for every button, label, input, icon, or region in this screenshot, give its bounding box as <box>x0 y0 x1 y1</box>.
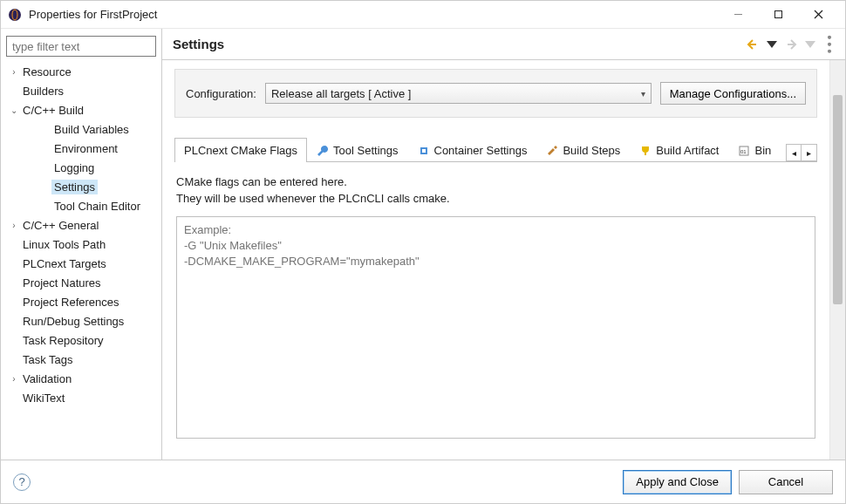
tree: ›Resource›Builders⌄C/C++ Build›Build Var… <box>1 62 161 460</box>
minimize-button[interactable] <box>718 3 758 27</box>
svg-point-8 <box>828 49 831 52</box>
chevron-right-icon[interactable]: › <box>8 67 20 77</box>
tree-item-project-natures[interactable]: ›Project Natures <box>4 273 158 292</box>
tab-label: Bin <box>754 144 771 157</box>
svg-rect-10 <box>422 149 426 153</box>
chevron-right-icon[interactable]: › <box>8 374 20 384</box>
tab-scroll-left-button[interactable]: ◂ <box>786 144 802 161</box>
tree-item-settings[interactable]: ›Settings <box>4 177 158 196</box>
filter-input[interactable] <box>6 36 156 57</box>
tree-item-task-repository[interactable]: ›Task Repository <box>4 330 158 350</box>
eclipse-icon <box>8 8 22 22</box>
tab-label: PLCnext CMake Flags <box>184 144 297 157</box>
tabs-bar: PLCnext CMake FlagsTool SettingsContaine… <box>174 137 817 162</box>
tree-item-label: Run/Debug Settings <box>20 314 126 329</box>
svg-point-6 <box>828 35 831 38</box>
wrench-icon <box>317 145 329 157</box>
maximize-button[interactable] <box>758 3 798 27</box>
tab-label: Build Steps <box>563 144 620 157</box>
back-menu-icon[interactable] <box>765 37 779 51</box>
tree-item-label: PLCnext Targets <box>20 256 109 271</box>
configuration-select[interactable]: Release all targets [ Active ] ▾ <box>265 83 652 104</box>
tree-item-tool-chain-editor[interactable]: ›Tool Chain Editor <box>4 196 158 215</box>
tree-item-label: Logging <box>51 160 97 175</box>
tree-item-label: Linux Tools Path <box>20 237 108 252</box>
hammer-icon <box>546 145 558 157</box>
tree-item-label: WikiText <box>20 391 67 405</box>
tree-item-c-c-build[interactable]: ⌄C/C++ Build <box>4 100 158 119</box>
svg-rect-3 <box>774 11 781 18</box>
tab-label: Tool Settings <box>333 144 398 157</box>
tree-item-label: Resource <box>20 65 74 79</box>
tab-plcnext-cmake-flags[interactable]: PLCnext CMake Flags <box>174 138 307 162</box>
tree-item-c-c-general[interactable]: ›C/C++ General <box>4 215 158 235</box>
tree-item-label: Settings <box>51 180 98 194</box>
configuration-value: Release all targets [ Active ] <box>271 87 411 100</box>
tree-item-label: Environment <box>51 141 120 156</box>
page-title: Settings <box>173 37 746 51</box>
cmake-desc-line1: CMake flags can be entered here. <box>176 174 815 191</box>
tree-item-validation[interactable]: ›Validation <box>4 369 158 388</box>
svg-point-7 <box>828 42 831 45</box>
vertical-scrollbar[interactable] <box>829 60 845 460</box>
tree-item-label: Validation <box>20 371 74 386</box>
binary-icon: 01 <box>738 145 750 157</box>
chevron-down-icon[interactable]: ⌄ <box>8 106 20 115</box>
window-title: Properties for FirstProject <box>29 8 718 21</box>
back-arrow-icon[interactable] <box>746 37 760 51</box>
tree-item-project-references[interactable]: ›Project References <box>4 292 158 311</box>
chip-icon <box>418 145 430 157</box>
titlebar: Properties for FirstProject <box>1 1 845 29</box>
close-button[interactable] <box>798 3 838 27</box>
help-icon[interactable]: ? <box>13 473 31 491</box>
tab-label: Container Settings <box>434 144 528 157</box>
tree-item-task-tags[interactable]: ›Task Tags <box>4 350 158 369</box>
page-header: Settings <box>162 29 845 60</box>
chevron-down-icon: ▾ <box>641 89 645 99</box>
tree-item-environment[interactable]: ›Environment <box>4 139 158 158</box>
forward-menu-icon[interactable] <box>803 37 817 51</box>
tree-item-resource[interactable]: ›Resource <box>4 62 158 81</box>
tree-item-label: C/C++ Build <box>20 103 86 118</box>
tab-build-artifact[interactable]: Build Artifact <box>630 138 728 162</box>
cancel-button[interactable]: Cancel <box>739 470 833 494</box>
tree-item-label: Project Natures <box>20 276 104 290</box>
tree-item-label: Task Repository <box>20 333 106 348</box>
configuration-bar: Configuration: Release all targets [ Act… <box>174 69 817 118</box>
tree-item-run-debug-settings[interactable]: ›Run/Debug Settings <box>4 311 158 330</box>
svg-text:01: 01 <box>740 149 747 154</box>
chevron-right-icon[interactable]: › <box>8 221 20 230</box>
tree-item-label: Tool Chain Editor <box>51 199 143 214</box>
tab-scroll-right-button[interactable]: ▸ <box>802 144 817 161</box>
apply-and-close-button[interactable]: Apply and Close <box>623 470 732 494</box>
trophy-icon <box>639 145 652 157</box>
tree-item-label: Build Variables <box>51 122 132 137</box>
tree-item-wikitext[interactable]: ›WikiText <box>4 388 158 407</box>
tab-tool-settings[interactable]: Tool Settings <box>307 138 407 162</box>
manage-configurations-button[interactable]: Manage Configurations... <box>660 82 806 105</box>
view-menu-icon[interactable] <box>822 37 836 51</box>
tab-body-plcnext-cmake-flags: CMake flags can be entered here. They wi… <box>174 162 817 451</box>
tree-item-label: Builders <box>20 84 66 99</box>
tab-label: Build Artifact <box>656 144 719 157</box>
cmake-desc-line2: They will be used whenever the PLCnCLI c… <box>176 191 815 208</box>
tab-bin[interactable]: 01Bin <box>728 138 781 162</box>
tree-item-label: Task Tags <box>20 352 76 367</box>
tree-item-logging[interactable]: ›Logging <box>4 158 158 177</box>
tree-item-plcnext-targets[interactable]: ›PLCnext Targets <box>4 254 158 273</box>
button-bar: ? Apply and Close Cancel <box>1 460 845 503</box>
tree-item-label: Project References <box>20 295 122 310</box>
configuration-label: Configuration: <box>186 87 256 100</box>
forward-arrow-icon[interactable] <box>784 37 798 51</box>
tab-build-steps[interactable]: Build Steps <box>536 138 630 162</box>
tree-panel: ›Resource›Builders⌄C/C++ Build›Build Var… <box>1 29 162 460</box>
tree-item-build-variables[interactable]: ›Build Variables <box>4 119 158 139</box>
cmake-flags-input[interactable] <box>176 216 815 439</box>
tree-item-label: C/C++ General <box>20 218 101 233</box>
tab-container-settings[interactable]: Container Settings <box>408 138 537 162</box>
tree-item-builders[interactable]: ›Builders <box>4 81 158 100</box>
tree-item-linux-tools-path[interactable]: ›Linux Tools Path <box>4 235 158 254</box>
svg-point-0 <box>9 9 21 21</box>
